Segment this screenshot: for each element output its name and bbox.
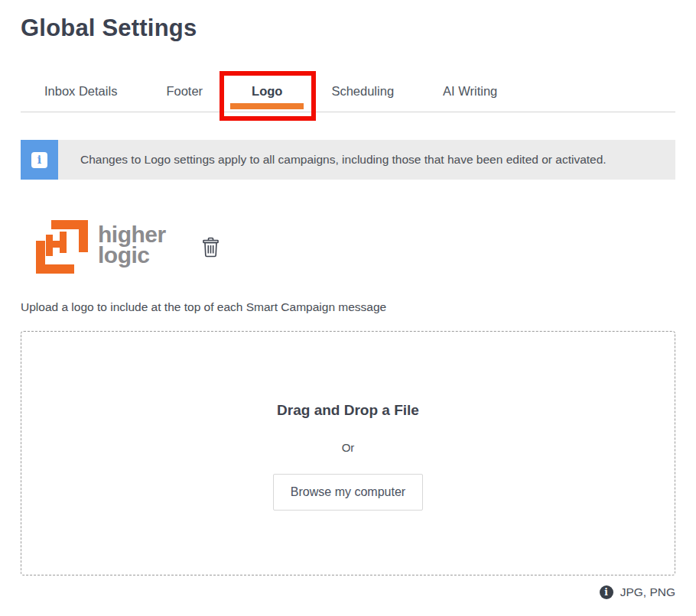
- wordmark-line1: higher: [98, 224, 166, 245]
- info-banner-accent: i: [21, 140, 58, 180]
- dropzone-or-label: Or: [21, 441, 675, 454]
- accepted-formats-note: i JPG, PNG: [21, 585, 675, 599]
- tab-logo[interactable]: Logo: [252, 85, 282, 112]
- tab-ai-writing[interactable]: AI Writing: [443, 85, 497, 112]
- dropzone-title: Drag and Drop a File: [21, 402, 675, 419]
- info-banner: i Changes to Logo settings apply to all …: [21, 140, 675, 180]
- info-icon: i: [31, 152, 47, 168]
- file-dropzone[interactable]: Drag and Drop a File Or Browse my comput…: [21, 331, 675, 575]
- upload-instruction: Upload a logo to include at the top of e…: [21, 300, 675, 314]
- info-circle-icon: i: [600, 585, 613, 599]
- tab-bar: Inbox Details Footer Logo Scheduling AI …: [21, 81, 675, 112]
- delete-logo-button[interactable]: [203, 237, 219, 258]
- tab-scheduling[interactable]: Scheduling: [331, 85, 394, 112]
- info-banner-message: Changes to Logo settings apply to all ca…: [58, 140, 675, 180]
- global-settings-page: Global Settings Inbox Details Footer Log…: [0, 14, 696, 616]
- page-title: Global Settings: [21, 14, 675, 43]
- tab-inbox-details[interactable]: Inbox Details: [44, 85, 117, 112]
- browse-computer-button[interactable]: Browse my computer: [273, 474, 423, 511]
- active-tab-underline: [230, 103, 304, 109]
- higher-logic-logo-mark: [36, 220, 88, 274]
- accepted-formats-text: JPG, PNG: [620, 585, 675, 599]
- wordmark-line2: logic: [98, 245, 166, 265]
- trash-icon: [203, 237, 219, 258]
- higher-logic-wordmark: higher logic: [98, 224, 166, 265]
- tab-footer[interactable]: Footer: [166, 85, 203, 112]
- tab-logo-label: Logo: [252, 84, 282, 98]
- current-logo-row: higher logic: [21, 220, 675, 275]
